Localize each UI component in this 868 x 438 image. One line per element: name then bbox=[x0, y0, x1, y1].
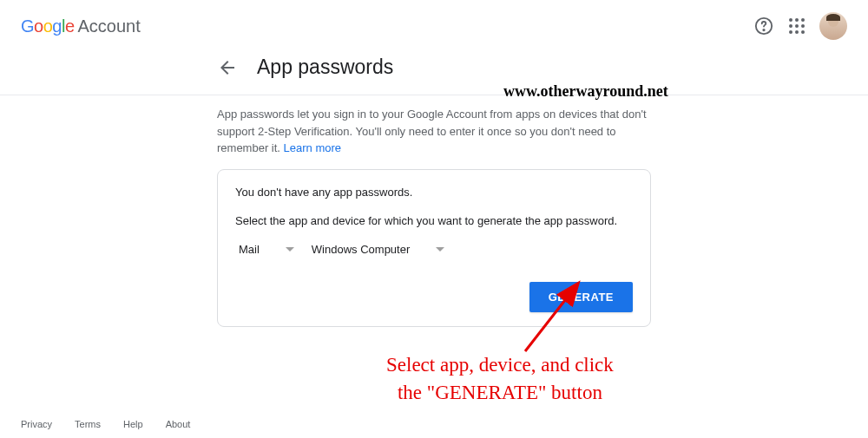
footer-terms[interactable]: Terms bbox=[75, 419, 101, 429]
apps-icon[interactable] bbox=[786, 16, 807, 36]
chevron-down-icon bbox=[436, 247, 444, 252]
watermark-text: www.otherwayround.net bbox=[503, 82, 668, 101]
app-select-value: Mail bbox=[239, 243, 260, 256]
header-left: Google Account bbox=[21, 16, 141, 36]
svg-point-1 bbox=[763, 29, 764, 30]
description-text: App passwords let you sign in to your Go… bbox=[217, 108, 647, 154]
footer-help[interactable]: Help bbox=[123, 419, 143, 429]
chevron-down-icon bbox=[286, 247, 294, 252]
learn-more-link[interactable]: Learn more bbox=[284, 141, 341, 154]
page-title: App passwords bbox=[257, 56, 393, 79]
header: Google Account bbox=[0, 0, 868, 52]
footer-privacy[interactable]: Privacy bbox=[21, 419, 52, 429]
device-select[interactable]: Windows Computer bbox=[312, 243, 444, 256]
annotation-hint: Select app, device, and clickthe "GENERA… bbox=[386, 351, 614, 407]
header-right bbox=[753, 12, 847, 40]
generate-row: GENERATE bbox=[235, 282, 633, 312]
app-select[interactable]: Mail bbox=[239, 243, 294, 256]
instruction-text: Select the app and device for which you … bbox=[235, 214, 633, 227]
back-arrow-icon[interactable] bbox=[217, 57, 238, 78]
footer-about[interactable]: About bbox=[166, 419, 191, 429]
generate-button[interactable]: GENERATE bbox=[529, 282, 633, 312]
account-label: Account bbox=[78, 16, 141, 36]
help-icon[interactable] bbox=[753, 16, 774, 36]
avatar[interactable] bbox=[819, 12, 847, 40]
empty-state-text: You don't have any app passwords. bbox=[235, 186, 633, 199]
google-logo: Google bbox=[21, 16, 75, 36]
device-select-value: Windows Computer bbox=[312, 243, 410, 256]
description: App passwords let you sign in to your Go… bbox=[217, 106, 651, 157]
dropdowns-row: Mail Windows Computer bbox=[235, 243, 633, 256]
title-bar: App passwords bbox=[0, 52, 868, 95]
content: App passwords let you sign in to your Go… bbox=[0, 95, 868, 337]
footer: Privacy Terms Help About bbox=[21, 419, 190, 429]
app-passwords-card: You don't have any app passwords. Select… bbox=[217, 169, 651, 327]
